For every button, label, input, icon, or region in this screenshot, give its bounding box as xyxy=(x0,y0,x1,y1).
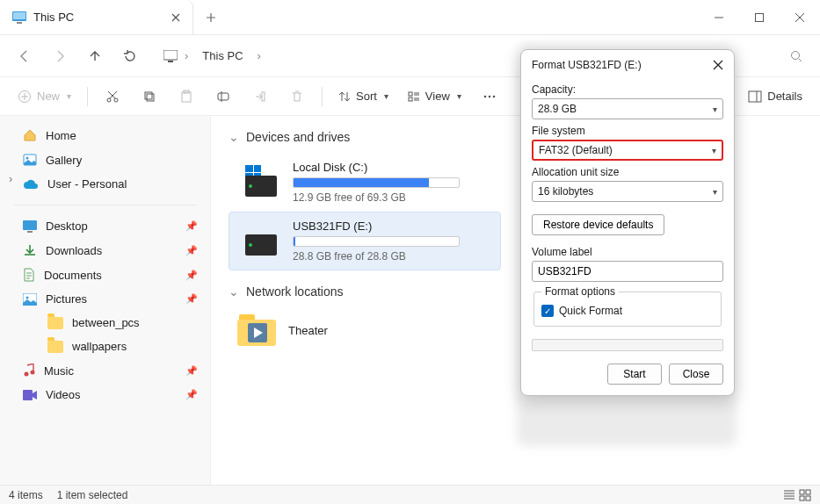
sidebar-label: wallpapers xyxy=(72,340,127,353)
svg-rect-30 xyxy=(23,390,33,400)
svg-rect-4 xyxy=(163,50,178,60)
tab-close-icon[interactable] xyxy=(171,13,180,22)
status-item-count: 4 items xyxy=(9,489,43,501)
status-bar: 4 items 1 item selected xyxy=(0,485,820,504)
sidebar-item-downloads[interactable]: Downloads 📌 xyxy=(4,238,207,263)
status-selection-count: 1 item selected xyxy=(57,489,128,501)
chevron-down-icon: ▾ xyxy=(67,92,71,101)
svg-point-28 xyxy=(25,372,29,377)
svg-point-23 xyxy=(26,157,29,160)
sidebar-item-desktop[interactable]: Desktop 📌 xyxy=(4,214,207,238)
large-icons-view-icon[interactable] xyxy=(799,489,811,501)
window-controls xyxy=(699,0,820,34)
chevron-down-icon: ▾ xyxy=(713,187,717,197)
paste-button[interactable] xyxy=(169,83,204,111)
pictures-icon xyxy=(23,293,37,306)
music-icon xyxy=(23,364,35,378)
start-button[interactable]: Start xyxy=(607,364,662,385)
copy-button[interactable] xyxy=(132,83,167,111)
sidebar-item-home[interactable]: Home xyxy=(4,123,207,148)
allocation-value: 16 kilobytes xyxy=(538,185,593,198)
allocation-select[interactable]: 16 kilobytes ▾ xyxy=(532,181,723,202)
close-format-button[interactable]: Close xyxy=(669,364,723,385)
filesystem-select[interactable]: FAT32 (Default) ▾ xyxy=(532,140,723,161)
rename-button[interactable] xyxy=(206,83,241,111)
sidebar-item-music[interactable]: Music 📌 xyxy=(4,358,207,383)
details-label: Details xyxy=(767,90,802,103)
sidebar-item-pictures[interactable]: Pictures 📌 xyxy=(4,287,207,311)
chevron-down-icon: ▾ xyxy=(457,92,461,101)
dialog-close-button[interactable] xyxy=(713,60,723,70)
minimize-button[interactable] xyxy=(699,0,739,34)
cloud-icon xyxy=(23,179,39,190)
svg-point-9 xyxy=(114,98,118,102)
pin-icon: 📌 xyxy=(185,220,198,232)
sidebar-item-videos[interactable]: Videos 📌 xyxy=(4,383,207,407)
sidebar-item-between-pcs[interactable]: between_pcs xyxy=(4,311,207,335)
maximize-button[interactable] xyxy=(739,0,780,34)
chevron-down-icon: ▾ xyxy=(712,146,716,155)
dialog-title: Format USB321FD (E:) xyxy=(532,59,642,71)
refresh-button[interactable] xyxy=(114,40,146,72)
drive-icon xyxy=(238,226,280,257)
search-icon xyxy=(790,50,802,62)
svg-rect-21 xyxy=(749,91,761,102)
format-options-legend: Format options xyxy=(541,285,619,298)
pin-icon: 📌 xyxy=(185,293,198,305)
sidebar-label: Videos xyxy=(46,388,81,401)
chevron-right-icon[interactable]: › xyxy=(9,172,12,185)
capacity-select[interactable]: 28.9 GB ▾ xyxy=(532,98,723,119)
new-label: New xyxy=(37,90,60,103)
navigation-pane: Home Gallery › User - Personal Desktop 📌… xyxy=(0,116,211,485)
format-progress-bar xyxy=(532,339,723,351)
tab-this-pc[interactable]: This PC xyxy=(0,0,193,34)
sort-button[interactable]: Sort ▾ xyxy=(330,83,397,111)
sidebar-label: Documents xyxy=(44,269,102,282)
svg-rect-17 xyxy=(409,97,412,101)
gallery-icon xyxy=(23,153,37,167)
back-button[interactable] xyxy=(9,40,40,72)
up-button[interactable] xyxy=(79,40,111,72)
capacity-value: 28.9 GB xyxy=(538,103,577,115)
sidebar-item-documents[interactable]: Documents 📌 xyxy=(4,263,207,287)
view-button[interactable]: View ▾ xyxy=(399,83,470,111)
drive-local-disk-c[interactable]: Local Disk (C:) 12.9 GB free of 69.3 GB xyxy=(229,153,501,212)
chevron-right-icon[interactable]: › xyxy=(254,49,265,62)
forward-button[interactable] xyxy=(44,40,76,72)
sidebar-label: Pictures xyxy=(46,292,87,306)
drive-usage-bar xyxy=(293,236,460,247)
restore-defaults-button[interactable]: Restore device defaults xyxy=(532,214,664,235)
chevron-down-icon: ▾ xyxy=(384,92,388,101)
documents-icon xyxy=(23,268,35,282)
share-button[interactable] xyxy=(243,83,278,111)
sidebar-item-wallpapers[interactable]: wallpapers xyxy=(4,335,207,358)
close-button[interactable] xyxy=(780,0,820,34)
drive-usb-e[interactable]: USB321FD (E:) 28.8 GB free of 28.8 GB xyxy=(229,212,501,270)
svg-rect-15 xyxy=(262,92,265,101)
details-pane-button[interactable]: Details xyxy=(739,83,811,111)
new-tab-button[interactable] xyxy=(193,0,229,34)
allocation-label: Allocation unit size xyxy=(532,166,723,178)
breadcrumb-location[interactable]: This PC xyxy=(195,49,250,62)
delete-button[interactable] xyxy=(279,83,315,111)
svg-point-8 xyxy=(107,98,111,102)
view-label: View xyxy=(425,90,450,103)
svg-rect-25 xyxy=(27,231,33,233)
quick-format-checkbox[interactable]: ✓ Quick Format xyxy=(541,305,714,317)
volume-label-input[interactable] xyxy=(532,261,723,282)
drive-name: USB321FD (E:) xyxy=(293,220,491,233)
svg-point-27 xyxy=(26,296,29,299)
details-view-icon[interactable] xyxy=(783,489,795,501)
sidebar-item-gallery[interactable]: Gallery xyxy=(4,148,207,172)
chevron-right-icon[interactable]: › xyxy=(181,49,192,62)
svg-point-19 xyxy=(489,95,491,97)
network-location-name: Theater xyxy=(288,324,328,337)
sidebar-item-user-onedrive[interactable]: User - Personal xyxy=(4,172,207,196)
more-button[interactable] xyxy=(472,83,507,111)
drive-free-space: 28.8 GB free of 28.8 GB xyxy=(293,250,491,263)
new-button[interactable]: New ▾ xyxy=(9,83,80,111)
svg-rect-16 xyxy=(409,92,412,96)
format-dialog: Format USB321FD (E:) Capacity: 28.9 GB ▾… xyxy=(520,49,735,396)
cut-button[interactable] xyxy=(95,83,130,111)
pin-icon: 📌 xyxy=(185,389,198,400)
